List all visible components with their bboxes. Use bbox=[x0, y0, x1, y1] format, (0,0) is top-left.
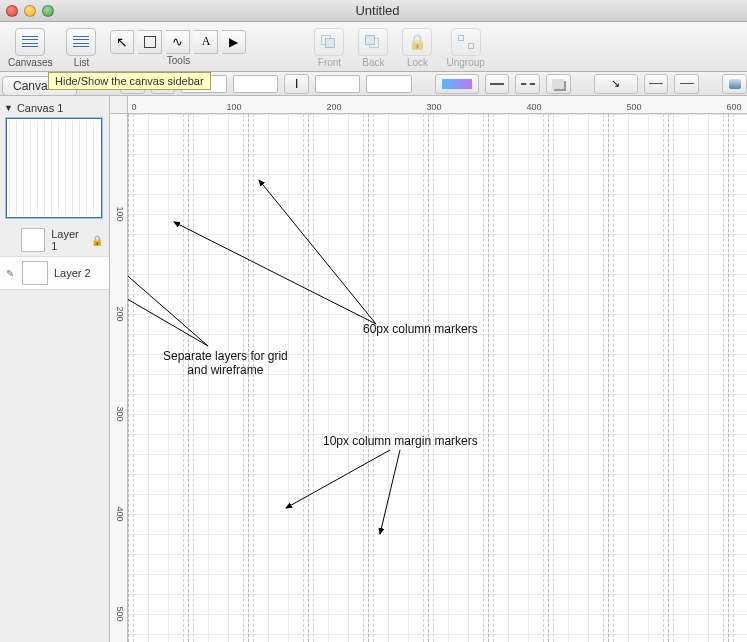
tool-line[interactable]: ∿ bbox=[166, 30, 190, 54]
list-icon bbox=[73, 35, 89, 49]
window-title: Untitled bbox=[54, 3, 701, 18]
layer-thumb-2 bbox=[22, 261, 48, 285]
ruler-v-100: 100 bbox=[115, 206, 125, 221]
ruler-h-100: 100 bbox=[226, 102, 241, 112]
shadow-icon bbox=[552, 79, 564, 89]
zoom-icon[interactable] bbox=[42, 5, 54, 17]
opt-line-start[interactable]: ↘ bbox=[594, 74, 638, 94]
bring-front-icon bbox=[321, 35, 337, 49]
toolbar-front-group: Front bbox=[314, 28, 344, 68]
fill-swatch-icon bbox=[442, 79, 472, 89]
layer-row-1[interactable]: Layer 1 🔒 bbox=[0, 224, 109, 256]
opt-text-tool[interactable]: I bbox=[284, 74, 309, 94]
ruler-horizontal[interactable]: 0 100 200 300 400 500 600 bbox=[128, 96, 747, 114]
ungroup-label: Ungroup bbox=[446, 57, 484, 68]
canvas-area: 0 100 200 300 400 500 600 100 200 300 40… bbox=[110, 96, 747, 642]
line-start-icon: ↘ bbox=[611, 77, 620, 90]
front-button[interactable] bbox=[314, 28, 344, 56]
opt-fill[interactable] bbox=[435, 74, 479, 94]
ruler-v-500: 500 bbox=[115, 606, 125, 621]
annotation-col60: 60px column markers bbox=[363, 322, 478, 336]
tools-label: Tools bbox=[167, 55, 190, 66]
text-cursor-icon: I bbox=[295, 77, 298, 91]
line-mid-icon bbox=[649, 83, 663, 84]
minimize-icon[interactable] bbox=[24, 5, 36, 17]
ruler-v-300: 300 bbox=[115, 406, 125, 421]
toolbar-back-group: Back bbox=[358, 28, 388, 68]
inspector-icon bbox=[729, 79, 741, 89]
ungroup-icon bbox=[458, 35, 474, 49]
canvas-page[interactable]: Separate layers for grid and wireframe 6… bbox=[128, 114, 747, 642]
opt-stroke-dash[interactable] bbox=[515, 74, 540, 94]
ruler-h-300: 300 bbox=[426, 102, 441, 112]
stroke-dash-icon bbox=[521, 83, 535, 85]
opt-line-mid[interactable] bbox=[644, 74, 669, 94]
opt-h-field[interactable] bbox=[366, 75, 411, 93]
toolbar-lock-group: 🔒 Lock bbox=[402, 28, 432, 68]
pencil-icon: ✎ bbox=[6, 268, 16, 279]
canvases-label: Canvases bbox=[8, 57, 52, 68]
ruler-corner bbox=[110, 96, 128, 114]
window-controls bbox=[6, 5, 54, 17]
line-end-icon bbox=[680, 83, 694, 84]
tool-text[interactable]: A bbox=[194, 30, 218, 54]
canvas-name: Canvas 1 bbox=[17, 102, 63, 114]
list-button[interactable] bbox=[66, 28, 96, 56]
chevron-right-icon: ▶ bbox=[229, 35, 238, 49]
square-icon bbox=[144, 36, 156, 48]
canvases-tooltip: Hide/Show the canvas sidebar bbox=[48, 72, 211, 90]
workspace: ▼ Canvas 1 Layer 1 🔒 ✎ Layer 2 0 100 200… bbox=[0, 96, 747, 642]
toolbar-ungroup-group: Ungroup bbox=[446, 28, 484, 68]
opt-w-field[interactable] bbox=[315, 75, 360, 93]
cursor-icon: ↖ bbox=[116, 34, 128, 50]
ruler-h-600: 600 bbox=[726, 102, 741, 112]
toolbar-canvases-group: Canvases bbox=[8, 28, 52, 68]
ruler-h-0: 0 bbox=[131, 102, 136, 112]
layer-1-name: Layer 1 bbox=[51, 228, 85, 252]
layer-2-name: Layer 2 bbox=[54, 267, 91, 279]
lock-icon: 🔒 bbox=[408, 33, 427, 51]
tool-expand[interactable]: ▶ bbox=[222, 30, 246, 54]
opt-line-end[interactable] bbox=[674, 74, 699, 94]
lock-label: Lock bbox=[407, 57, 428, 68]
back-label: Back bbox=[362, 57, 384, 68]
lock-icon[interactable]: 🔒 bbox=[91, 235, 103, 246]
opt-shadow[interactable] bbox=[546, 74, 571, 94]
annotation-margin10: 10px column margin markers bbox=[323, 434, 478, 448]
tool-shape[interactable] bbox=[138, 30, 162, 54]
ruler-h-400: 400 bbox=[526, 102, 541, 112]
send-back-icon bbox=[365, 35, 381, 49]
opt-y-field[interactable] bbox=[233, 75, 278, 93]
ruler-v-200: 200 bbox=[115, 306, 125, 321]
ruler-v-400: 400 bbox=[115, 506, 125, 521]
column-guides bbox=[128, 114, 747, 642]
line-icon: ∿ bbox=[172, 34, 183, 49]
list-label: List bbox=[74, 57, 90, 68]
layer-row-2[interactable]: ✎ Layer 2 bbox=[0, 256, 109, 290]
opt-stroke-solid[interactable] bbox=[485, 74, 510, 94]
canvases-icon bbox=[22, 35, 38, 49]
tool-select[interactable]: ↖ bbox=[110, 30, 134, 54]
canvas-item[interactable]: ▼ Canvas 1 bbox=[0, 100, 109, 116]
ungroup-button[interactable] bbox=[451, 28, 481, 56]
stroke-solid-icon bbox=[490, 83, 504, 85]
layer-thumb-1 bbox=[21, 228, 45, 252]
ruler-h-200: 200 bbox=[326, 102, 341, 112]
lock-button[interactable]: 🔒 bbox=[402, 28, 432, 56]
ruler-vertical[interactable]: 100 200 300 400 500 bbox=[110, 114, 128, 642]
opt-inspector[interactable] bbox=[722, 74, 747, 94]
back-button[interactable] bbox=[358, 28, 388, 56]
canvases-button[interactable] bbox=[15, 28, 45, 56]
titlebar: Untitled bbox=[0, 0, 747, 22]
front-label: Front bbox=[318, 57, 341, 68]
ruler-h-500: 500 bbox=[626, 102, 641, 112]
canvas-thumbnail[interactable] bbox=[6, 118, 102, 218]
toolbar-list-group: List bbox=[66, 28, 96, 68]
toolbar-tools-group: ↖ ∿ A ▶ Tools bbox=[110, 30, 246, 66]
toolbar: Canvases List ↖ ∿ A ▶ Tools Front Back 🔒… bbox=[0, 22, 747, 72]
text-icon: A bbox=[202, 34, 211, 49]
canvases-sidebar: ▼ Canvas 1 Layer 1 🔒 ✎ Layer 2 bbox=[0, 96, 110, 642]
annotation-layers: Separate layers for grid and wireframe bbox=[163, 349, 288, 377]
close-icon[interactable] bbox=[6, 5, 18, 17]
disclosure-triangle-icon[interactable]: ▼ bbox=[4, 103, 13, 113]
